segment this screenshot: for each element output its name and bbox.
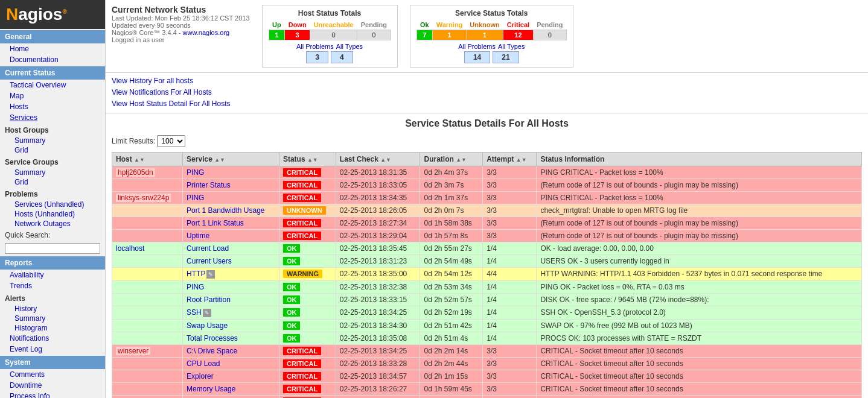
service-link[interactable]: PING — [187, 283, 204, 291]
cell-service: Current Load — [183, 242, 279, 254]
cell-service: C:\ Drive Space — [183, 344, 279, 357]
host-td-unreachable[interactable]: 0 — [310, 30, 357, 40]
col-host[interactable]: Host ▲▼ — [112, 152, 183, 166]
table-row: Root PartitionOK02-25-2013 18:33:150d 2h… — [112, 293, 862, 306]
service-link[interactable]: Uptime — [187, 232, 209, 240]
view-status-detail-link[interactable]: View Host Status Detail For All Hosts — [112, 98, 862, 110]
note-icon[interactable]: ✎ — [206, 270, 215, 279]
cell-duration: 0d 2h 4m 37s — [420, 166, 483, 178]
cell-duration: 0d 1h 58m 38s — [420, 216, 483, 229]
note-icon[interactable]: ✎ — [203, 309, 211, 317]
col-last-check[interactable]: Last Check ▲▼ — [336, 152, 420, 166]
table-row: Current UsersOK02-25-2013 18:31:230d 2h … — [112, 254, 862, 267]
sidebar-item-availability[interactable]: Availability — [0, 270, 105, 280]
col-service[interactable]: Service ▲▼ — [183, 152, 279, 166]
service-link[interactable]: SSH — [187, 308, 202, 317]
host-td-pending[interactable]: 0 — [357, 30, 391, 40]
col-attempt[interactable]: Attempt ▲▼ — [483, 152, 537, 166]
sidebar-item-tactical-overview[interactable]: Tactical Overview — [0, 80, 105, 90]
col-duration[interactable]: Duration ▲▼ — [420, 152, 483, 166]
service-link[interactable]: Port 1 Bandwidth Usage — [187, 206, 264, 215]
cell-attempt: 3/3 — [483, 216, 537, 229]
service-link[interactable]: Swap Usage — [187, 321, 228, 330]
view-notifications-link[interactable]: View Notifications For All Hosts — [112, 87, 862, 98]
svc-all-types-link[interactable]: All Types — [498, 43, 525, 50]
sidebar-item-network-outages[interactable]: Network Outages — [0, 219, 105, 229]
cell-last-check: 02-25-2013 18:31:35 — [336, 166, 420, 178]
status-badge: OK — [283, 244, 301, 253]
service-link[interactable]: Memory Usage — [187, 385, 235, 393]
svc-all-problems-link[interactable]: All Problems — [458, 43, 496, 50]
svc-td-unknown[interactable]: 1 — [466, 30, 503, 40]
cell-last-check: 02-25-2013 18:34:30 — [336, 319, 420, 332]
svc-td-critical[interactable]: 12 — [503, 30, 533, 40]
service-link[interactable]: Current Users — [187, 257, 232, 265]
service-link[interactable]: PING — [187, 194, 204, 202]
host-link[interactable]: hplj2605dn — [116, 168, 155, 177]
host-status-table: Up Down Unreachable Pending 1 3 0 0 — [269, 20, 391, 40]
host-all-types-link[interactable]: All Types — [336, 43, 363, 50]
host-link[interactable]: linksys-srw224p — [116, 194, 171, 202]
host-problems-count[interactable]: 3 — [306, 51, 328, 63]
sidebar-item-home[interactable]: Home — [0, 43, 105, 54]
sidebar-item-notifications[interactable]: Notifications — [0, 333, 105, 344]
service-link[interactable]: PING — [187, 168, 204, 177]
view-history-link[interactable]: View History For all hosts — [112, 75, 862, 87]
sidebar-item-services-unhandled[interactable]: Services (Unhandled) — [0, 200, 105, 209]
limit-select[interactable]: 100 50 200 — [157, 135, 185, 147]
cell-service: Swap Usage — [183, 319, 279, 332]
service-link[interactable]: Current Load — [187, 244, 229, 253]
quick-search-input[interactable] — [5, 243, 100, 254]
svc-problems-count[interactable]: 14 — [464, 51, 490, 63]
version-info: Nagios® Core™ 3.4.4 - www.nagios.org — [112, 29, 250, 36]
sidebar-item-hosts-unhandled[interactable]: Hosts (Unhandled) — [0, 209, 105, 219]
sidebar-item-documentation[interactable]: Documentation — [0, 54, 105, 65]
svc-td-pending[interactable]: 0 — [533, 30, 566, 40]
sidebar-item-service-groups-summary[interactable]: Summary — [0, 168, 105, 177]
cell-attempt: 1/4 — [483, 254, 537, 267]
svc-types-count[interactable]: 21 — [493, 51, 519, 63]
sidebar-item-alerts-histogram[interactable]: Histogram — [0, 323, 105, 333]
status-badge: CRITICAL — [283, 194, 321, 202]
host-td-up[interactable]: 1 — [269, 30, 285, 40]
sidebar-item-host-groups-grid[interactable]: Grid — [0, 145, 105, 155]
service-link[interactable]: CPU Load — [187, 359, 220, 368]
svc-td-ok[interactable]: 7 — [416, 30, 433, 40]
sidebar-item-trends[interactable]: Trends — [0, 280, 105, 291]
sidebar-item-comments[interactable]: Comments — [0, 369, 105, 380]
service-link[interactable]: C:\ Drive Space — [187, 347, 237, 355]
host-types-count[interactable]: 4 — [331, 51, 353, 63]
cell-last-check: 02-25-2013 18:26:05 — [336, 204, 420, 216]
sidebar-item-process-info[interactable]: Process Info — [0, 391, 105, 398]
service-link[interactable]: Printer Status — [187, 181, 231, 189]
service-link[interactable]: Total Processes — [187, 334, 238, 343]
cell-last-check: 02-25-2013 18:34:25 — [336, 306, 420, 319]
sidebar-item-host-groups-summary[interactable]: Summary — [0, 136, 105, 145]
sidebar-item-services[interactable]: Services — [0, 112, 105, 123]
version-link[interactable]: www.nagios.org — [183, 29, 230, 36]
sidebar-section-problems: Problems — [0, 189, 105, 200]
cell-status-info: DISK OK - free space: / 9645 MB (72% ino… — [537, 293, 862, 306]
sidebar-item-map[interactable]: Map — [0, 90, 105, 101]
service-link[interactable]: Port 1 Link Status — [187, 219, 244, 227]
col-status[interactable]: Status ▲▼ — [279, 152, 336, 166]
cell-last-check: 02-25-2013 18:35:08 — [336, 332, 420, 344]
host-link[interactable]: winserver — [116, 347, 150, 355]
host-link[interactable]: localhost — [116, 244, 144, 253]
service-link[interactable]: Explorer — [187, 372, 214, 381]
sidebar-item-service-groups-grid[interactable]: Grid — [0, 177, 105, 187]
update-interval: Updated every 90 seconds — [112, 22, 250, 29]
sidebar-item-downtime[interactable]: Downtime — [0, 380, 105, 391]
svc-td-warning[interactable]: 1 — [433, 30, 467, 40]
sidebar-item-event-log[interactable]: Event Log — [0, 344, 105, 355]
host-td-down[interactable]: 3 — [285, 30, 310, 40]
service-link[interactable]: HTTP — [187, 270, 205, 278]
cell-duration: 0d 1h 57m 8s — [420, 229, 483, 242]
sidebar-item-hosts[interactable]: Hosts — [0, 101, 105, 112]
sidebar-item-alerts-summary[interactable]: Summary — [0, 314, 105, 323]
sidebar-section-reports: Reports — [0, 256, 105, 270]
cell-attempt: 1/4 — [483, 306, 537, 319]
host-all-problems-link[interactable]: All Problems — [296, 43, 334, 50]
sidebar-item-alerts-history[interactable]: History — [0, 304, 105, 314]
service-link[interactable]: Root Partition — [187, 295, 231, 304]
